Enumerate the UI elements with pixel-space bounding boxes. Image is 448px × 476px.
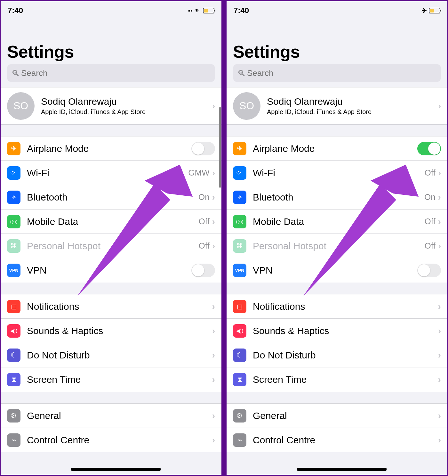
page-title: Settings: [1, 17, 221, 64]
scroll-indicator: [219, 107, 221, 188]
bluetooth-value: On: [424, 192, 436, 202]
avatar: SO: [233, 92, 260, 120]
chevron-right-icon: ›: [212, 301, 215, 312]
sliders-icon: ⌁: [233, 433, 246, 447]
bluetooth-value: On: [198, 192, 210, 202]
airplane-status-icon: ✈︎: [421, 7, 427, 14]
vpn-toggle[interactable]: [191, 264, 215, 277]
chevron-right-icon: ›: [212, 374, 215, 385]
mobile-data-row[interactable]: ((⋅)) Mobile Data Off ›: [1, 209, 221, 234]
profile-name: Sodiq Olanrewaju: [267, 96, 438, 107]
status-time: 7:40: [234, 6, 249, 15]
wifi-value: Off: [424, 168, 435, 178]
status-bar: 7:40 ▪▪ ᯤ: [1, 1, 221, 17]
chevron-right-icon: ›: [438, 435, 441, 445]
gear-icon: ⚙: [233, 409, 246, 423]
chevron-right-icon: ›: [212, 350, 215, 360]
general-row[interactable]: ⚙ General ›: [227, 404, 447, 428]
hotspot-row[interactable]: ⌘ Personal Hotspot Off ›: [227, 234, 447, 258]
chevron-right-icon: ›: [212, 217, 215, 227]
wifi-row[interactable]: ᯤ Wi-Fi GMW ›: [1, 161, 221, 185]
control-centre-row[interactable]: ⌁ Control Centre ›: [227, 428, 447, 452]
moon-icon: ☾: [7, 349, 20, 362]
bluetooth-icon: ⌖: [7, 191, 20, 204]
hotspot-value: Off: [424, 241, 435, 251]
chevron-right-icon: ›: [438, 374, 441, 385]
cellular-icon: ((⋅)): [233, 215, 246, 228]
search-input[interactable]: [233, 64, 441, 82]
status-icons: ▪▪ ᯤ: [188, 7, 214, 14]
wifi-icon: ᯤ: [233, 166, 246, 180]
profile-row[interactable]: SO Sodiq Olanrewaju Apple ID, iCloud, iT…: [1, 87, 221, 125]
chevron-right-icon: ›: [438, 350, 441, 360]
chevron-right-icon: ›: [212, 411, 215, 421]
profile-subtitle: Apple ID, iCloud, iTunes & App Store: [41, 108, 212, 116]
left-screen: 7:40 ▪▪ ᯤ Settings 🔍︎ SO Sodiq Olanrewaj…: [1, 1, 221, 475]
vpn-icon: VPN: [233, 264, 246, 277]
vpn-row[interactable]: VPN VPN: [227, 258, 447, 283]
battery-icon: [203, 8, 214, 13]
notifications-icon: ◻︎: [233, 300, 246, 313]
search-icon: 🔍︎: [237, 69, 246, 78]
hotspot-icon: ⌘: [7, 239, 20, 253]
battery-icon: [429, 8, 440, 13]
wifi-status-icon: ᯤ: [195, 7, 201, 14]
chevron-right-icon: ›: [212, 241, 215, 251]
screentime-row[interactable]: ⧗ Screen Time ›: [227, 367, 447, 392]
airplane-toggle[interactable]: [417, 142, 441, 155]
right-screen: 7:40 ✈︎ Settings 🔍︎ SO Sodiq Olanrewaju …: [227, 1, 447, 475]
chevron-right-icon: ›: [212, 192, 215, 202]
sounds-row[interactable]: ◀︎)) Sounds & Haptics ›: [1, 319, 221, 343]
profile-subtitle: Apple ID, iCloud, iTunes & App Store: [267, 108, 438, 116]
redaction-bar: [71, 468, 161, 471]
profile-name: Sodiq Olanrewaju: [41, 96, 212, 107]
vpn-toggle[interactable]: [417, 264, 441, 277]
chevron-right-icon: ›: [438, 301, 441, 312]
sounds-icon: ◀︎)): [233, 324, 246, 338]
airplane-toggle[interactable]: [191, 142, 215, 155]
screentime-row[interactable]: ⧗ Screen Time ›: [1, 367, 221, 392]
hourglass-icon: ⧗: [233, 373, 246, 386]
chevron-right-icon: ›: [438, 101, 441, 111]
mobile-data-row[interactable]: ((⋅)) Mobile Data Off ›: [227, 209, 447, 234]
hotspot-value: Off: [198, 241, 209, 251]
sounds-row[interactable]: ◀︎)) Sounds & Haptics ›: [227, 319, 447, 343]
hourglass-icon: ⧗: [7, 373, 20, 386]
chevron-right-icon: ›: [438, 326, 441, 336]
cellular-signal-icon: ▪▪: [188, 7, 193, 14]
chevron-right-icon: ›: [212, 101, 215, 111]
avatar: SO: [7, 92, 35, 120]
wifi-row[interactable]: ᯤ Wi-Fi Off ›: [227, 161, 447, 185]
hotspot-icon: ⌘: [233, 239, 246, 253]
chevron-right-icon: ›: [438, 192, 441, 202]
chevron-right-icon: ›: [212, 168, 215, 178]
chevron-right-icon: ›: [212, 326, 215, 336]
status-icons: ✈︎: [421, 7, 440, 14]
control-centre-row[interactable]: ⌁ Control Centre ›: [1, 428, 221, 452]
chevron-right-icon: ›: [438, 411, 441, 421]
profile-row[interactable]: SO Sodiq Olanrewaju Apple ID, iCloud, iT…: [227, 87, 447, 125]
dnd-row[interactable]: ☾ Do Not Disturb ›: [227, 343, 447, 367]
status-time: 7:40: [8, 6, 23, 15]
vpn-row[interactable]: VPN VPN: [1, 258, 221, 283]
airplane-mode-row[interactable]: ✈︎ Airplane Mode: [1, 136, 221, 161]
chevron-right-icon: ›: [212, 435, 215, 445]
bluetooth-row[interactable]: ⌖ Bluetooth On ›: [227, 185, 447, 209]
notifications-row[interactable]: ◻︎ Notifications ›: [227, 294, 447, 319]
search-input[interactable]: [7, 64, 215, 82]
notifications-row[interactable]: ◻︎ Notifications ›: [1, 294, 221, 319]
hotspot-row[interactable]: ⌘ Personal Hotspot Off ›: [1, 234, 221, 258]
general-row[interactable]: ⚙ General ›: [1, 404, 221, 428]
status-bar: 7:40 ✈︎: [227, 1, 447, 17]
wifi-icon: ᯤ: [7, 166, 20, 180]
moon-icon: ☾: [233, 349, 246, 362]
airplane-mode-row[interactable]: ✈︎ Airplane Mode: [227, 136, 447, 161]
chevron-right-icon: ›: [438, 241, 441, 251]
airplane-icon: ✈︎: [7, 142, 20, 155]
dnd-row[interactable]: ☾ Do Not Disturb ›: [1, 343, 221, 367]
chevron-right-icon: ›: [438, 217, 441, 227]
airplane-icon: ✈︎: [233, 142, 246, 155]
bluetooth-row[interactable]: ⌖ Bluetooth On ›: [1, 185, 221, 209]
mobile-value: Off: [198, 217, 209, 226]
redaction-bar: [297, 468, 387, 471]
